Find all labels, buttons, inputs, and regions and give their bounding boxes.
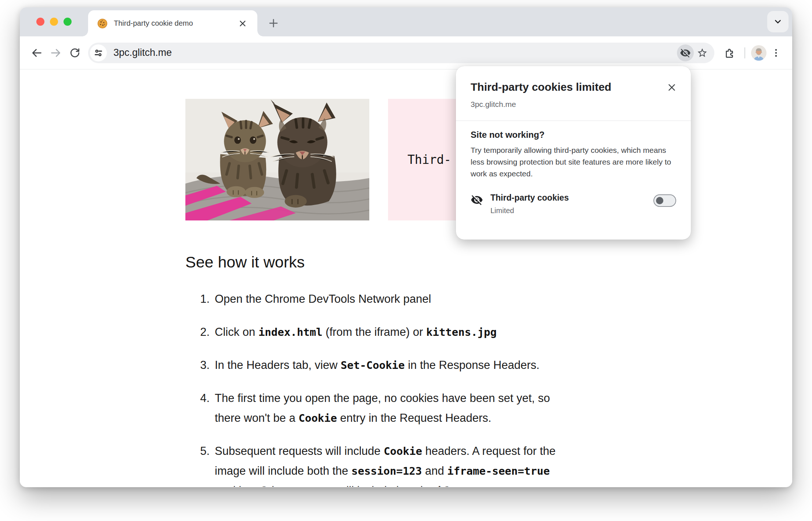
tab-strip: Third-party cookie demo	[20, 7, 792, 36]
back-button[interactable]	[27, 43, 46, 62]
third-party-cookies-toggle[interactable]	[653, 194, 676, 207]
step-item: 2.Click on index.html (from the iframe) …	[185, 322, 652, 342]
popup-body: Site not working? Try temporarily allowi…	[456, 121, 691, 215]
popup-title: Third-party cookies limited	[471, 81, 676, 93]
reload-icon	[69, 47, 81, 59]
url-text[interactable]: 3pc.glitch.me	[113, 47, 677, 58]
inline-code: session=123	[351, 465, 422, 477]
extensions-button[interactable]	[719, 43, 739, 62]
star-icon	[697, 47, 708, 58]
forward-button[interactable]	[46, 43, 65, 62]
bookmark-button[interactable]	[694, 44, 711, 61]
popup-close-button[interactable]	[664, 79, 680, 96]
toggle-status: Limited	[490, 206, 653, 215]
third-party-cookies-row: Third-party cookies Limited	[471, 193, 676, 215]
close-tab-button[interactable]	[237, 18, 249, 29]
profile-avatar[interactable]	[751, 45, 766, 61]
extensions-puzzle-icon	[723, 47, 735, 59]
iframe-text: Third-	[407, 152, 451, 167]
inline-code: Cookie	[384, 445, 422, 457]
step-item: 4.The first time you open the page, no c…	[185, 388, 652, 428]
avatar-photo	[751, 45, 766, 61]
inline-code: if	[436, 485, 449, 487]
step-item: 3.In the Headers tab, view Set-Cookie in…	[185, 355, 652, 375]
page-heading: See how it works	[185, 253, 305, 271]
tab-overview-button[interactable]	[767, 11, 789, 32]
toggle-knob	[656, 197, 663, 204]
chrome-menu-button[interactable]	[766, 43, 786, 62]
zoom-window-button[interactable]	[64, 18, 72, 26]
kittens-image	[185, 99, 369, 220]
steps-list: 1.Open the Chrome DevTools Network panel…	[185, 289, 652, 487]
step-item: 5.Subsequent requests will include Cooki…	[185, 441, 652, 487]
close-icon	[239, 19, 247, 28]
popup-site: 3pc.glitch.me	[471, 100, 676, 109]
popup-section-title: Site not working?	[471, 130, 676, 140]
desktop-canvas: Third-party cookie demo	[0, 0, 812, 521]
cookie-favicon-icon	[97, 18, 108, 29]
inline-code: kittens.jpg	[426, 326, 497, 338]
minimize-window-button[interactable]	[50, 18, 58, 26]
reload-button[interactable]	[65, 43, 84, 62]
popup-header: Third-party cookies limited 3pc.glitch.m…	[456, 66, 691, 109]
address-bar[interactable]: 3pc.glitch.me	[88, 43, 714, 63]
plus-icon	[268, 18, 279, 29]
window-controls	[36, 18, 72, 26]
inline-code: Cookie	[298, 412, 337, 424]
new-tab-button[interactable]	[263, 13, 284, 33]
inline-code: Set-Cookie	[341, 359, 405, 371]
eye-off-icon	[680, 47, 691, 58]
back-arrow-icon	[30, 47, 43, 59]
third-party-cookies-popup: Third-party cookies limited 3pc.glitch.m…	[456, 66, 691, 240]
inline-code: index.html	[258, 326, 323, 338]
popup-description: Try temporarily allowing third-party coo…	[471, 144, 676, 180]
browser-window: Third-party cookie demo	[20, 7, 792, 487]
chevron-down-icon	[773, 17, 783, 26]
third-party-cookies-indicator-button[interactable]	[677, 44, 694, 61]
tune-icon	[94, 48, 103, 58]
site-settings-button[interactable]	[90, 44, 107, 61]
forward-arrow-icon	[50, 47, 62, 59]
close-window-button[interactable]	[36, 18, 44, 26]
browser-toolbar: 3pc.glitch.me	[20, 36, 792, 69]
browser-tab[interactable]: Third-party cookie demo	[88, 10, 257, 36]
close-icon	[667, 83, 677, 92]
step-item: 1.Open the Chrome DevTools Network panel	[185, 289, 652, 309]
toolbar-divider	[744, 47, 745, 58]
inline-code: iframe-seen=true	[447, 465, 550, 477]
tab-title: Third-party cookie demo	[114, 19, 237, 28]
kebab-menu-icon	[771, 48, 781, 58]
toggle-label: Third-party cookies	[490, 193, 653, 203]
eye-off-icon	[471, 194, 483, 206]
